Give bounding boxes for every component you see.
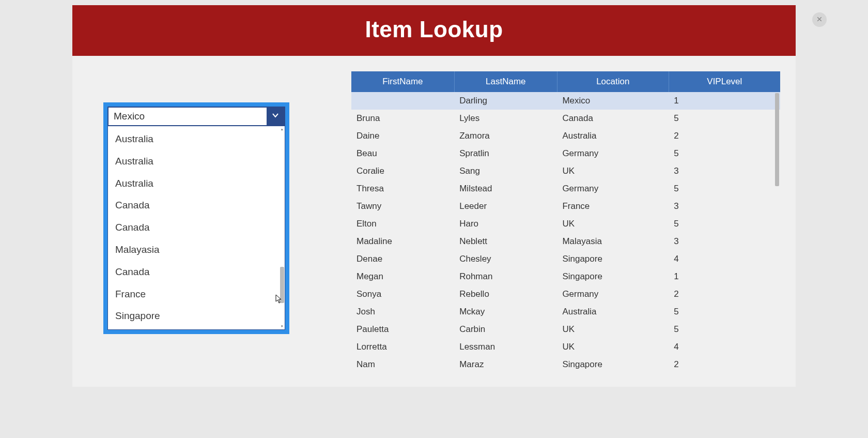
column-header-location[interactable]: Location [557,71,669,92]
table-cell-first [351,92,454,110]
table-row[interactable]: MeganRohmanSingapore1 [351,268,780,285]
table-cell-loc: UK [557,338,669,356]
table-row[interactable]: TawnyLeederFrance3 [351,198,780,215]
table-cell-last: Zamora [454,127,557,145]
dropdown-option[interactable]: France [108,283,285,306]
table-row[interactable]: ThresaMilsteadGermany5 [351,180,780,198]
table-row[interactable]: BeauSpratlinGermany5 [351,145,780,162]
table-cell-first: Nam [351,356,454,373]
dropdown-toggle[interactable] [267,108,284,125]
table-cell-first: Denae [351,250,454,268]
table-cell-loc: Singapore [557,356,669,373]
table-row[interactable]: NamMarazSingapore2 [351,356,780,373]
table-cell-last: Mckay [454,303,557,321]
table-cell-loc: Australia [557,303,669,321]
table-cell-first: Coralie [351,162,454,180]
location-dropdown: Mexico AustraliaAustraliaAustraliaCanada… [103,102,289,334]
dropdown-list: AustraliaAustraliaAustraliaCanadaCanadaM… [107,126,285,330]
table-cell-vip: 1 [669,268,780,285]
dropdown-option[interactable]: Australia [108,173,285,195]
table-cell-first: Sonya [351,285,454,303]
table-row[interactable]: MadalineNeblettMalayasia3 [351,233,780,250]
dropdown-option[interactable]: Malayasia [108,239,285,261]
table-cell-first: Daine [351,127,454,145]
table-cell-vip: 4 [669,250,780,268]
table-cell-loc: Canada [557,110,669,127]
table-cell-first: Josh [351,303,454,321]
table-cell-first: Bruna [351,110,454,127]
table-cell-loc: Germany [557,285,669,303]
table-cell-vip: 5 [669,215,780,233]
column-header-viplevel[interactable]: VIPLevel [669,71,780,92]
table-cell-last: Lyles [454,110,557,127]
chevron-down-icon [271,111,280,122]
results-table: FirstName LastName Location VIPLevel Dar… [351,71,780,373]
close-icon [816,15,823,24]
dropdown-option[interactable]: Canada [108,261,285,283]
left-panel: Mexico AustraliaAustraliaAustraliaCanada… [88,71,305,387]
table-cell-last: Rohman [454,268,557,285]
table-cell-first: Tawny [351,198,454,215]
table-cell-vip: 5 [669,180,780,198]
table-cell-last: Maraz [454,356,557,373]
dropdown-option[interactable]: Australia [108,150,285,173]
table-cell-first: Thresa [351,180,454,198]
dropdown-scrollbar[interactable]: ▴ ▾ [280,127,284,328]
dropdown-option[interactable]: Canada [108,217,285,239]
table-row[interactable]: BrunaLylesCanada5 [351,110,780,127]
table-row[interactable]: DenaeChesleySingapore4 [351,250,780,268]
table-cell-last: Neblett [454,233,557,250]
table-cell-last: Milstead [454,180,557,198]
table-cell-first: Megan [351,268,454,285]
right-panel: FirstName LastName Location VIPLevel Dar… [305,71,780,387]
dropdown-option[interactable]: Singapore [108,305,285,327]
table-cell-vip: 3 [669,162,780,180]
table-cell-last: Chesley [454,250,557,268]
table-cell-last: Spratlin [454,145,557,162]
scrollbar-thumb[interactable] [775,93,779,186]
table-cell-loc: Australia [557,127,669,145]
table-scrollbar[interactable]: ▾ [775,93,780,372]
table-cell-loc: UK [557,215,669,233]
scroll-up-icon: ▴ [280,127,284,131]
table-cell-vip: 3 [669,198,780,215]
close-button[interactable] [812,12,827,27]
app-window: Item Lookup Mexico AustraliaAustraliaAus… [72,5,796,387]
table-cell-last: Leeder [454,198,557,215]
table-cell-loc: Mexico [557,92,669,110]
table-cell-vip: 4 [669,338,780,356]
table-cell-loc: UK [557,321,669,338]
table-row[interactable]: DaineZamoraAustralia2 [351,127,780,145]
table-cell-first: Elton [351,215,454,233]
table-row[interactable]: SonyaRebelloGermany2 [351,285,780,303]
table-cell-loc: Germany [557,145,669,162]
table-row[interactable]: CoralieSangUK3 [351,162,780,180]
scroll-down-icon: ▾ [280,324,284,328]
table-row[interactable]: PaulettaCarbinUK5 [351,321,780,338]
scrollbar-thumb[interactable] [280,267,284,303]
table-row[interactable]: EltonHaroUK5 [351,215,780,233]
table-cell-vip: 1 [669,92,780,110]
table-cell-loc: Germany [557,180,669,198]
table-cell-last: Rebello [454,285,557,303]
dropdown-option[interactable]: Australia [108,128,285,150]
table-cell-loc: Malayasia [557,233,669,250]
page-title: Item Lookup [72,5,796,56]
dropdown-option[interactable]: Canada [108,194,285,217]
table-cell-loc: Singapore [557,250,669,268]
column-header-firstname[interactable]: FirstName [351,71,454,92]
dropdown-field[interactable]: Mexico [107,107,285,126]
table-cell-last: Darling [454,92,557,110]
table-cell-last: Sang [454,162,557,180]
table-row[interactable]: JoshMckayAustralia5 [351,303,780,321]
table-cell-vip: 2 [669,127,780,145]
dropdown-selected-value: Mexico [109,108,267,125]
table-row[interactable]: LorrettaLessmanUK4 [351,338,780,356]
column-header-lastname[interactable]: LastName [454,71,557,92]
table-cell-first: Lorretta [351,338,454,356]
table-cell-vip: 3 [669,233,780,250]
table-cell-vip: 5 [669,110,780,127]
table-cell-loc: UK [557,162,669,180]
table-row[interactable]: DarlingMexico1 [351,92,780,110]
table-cell-loc: France [557,198,669,215]
